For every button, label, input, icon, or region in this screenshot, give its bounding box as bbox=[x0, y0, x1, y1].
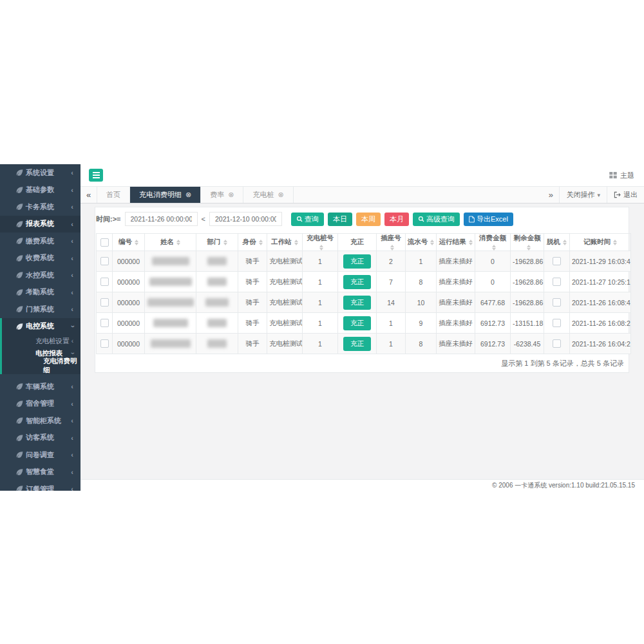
logout-button[interactable]: 退出 bbox=[607, 187, 644, 203]
date-to-input[interactable] bbox=[209, 212, 282, 226]
tab-charging-consumption-detail[interactable]: 充电消费明细 ⊗ bbox=[130, 187, 201, 203]
sort-icon[interactable] bbox=[319, 245, 323, 251]
leaf-icon bbox=[16, 417, 23, 424]
cell-balance: -13151.18 bbox=[511, 313, 544, 334]
tabs-scroll-left-icon[interactable]: « bbox=[80, 187, 97, 203]
offline-checkbox[interactable] bbox=[553, 278, 561, 286]
sidebar-item-fee-system[interactable]: 收费系统 ‹ bbox=[0, 250, 80, 267]
chongzheng-button[interactable]: 充正 bbox=[343, 316, 371, 330]
sidebar-item-charging-consumption-detail[interactable]: 充电消费明细 bbox=[2, 359, 80, 372]
sort-icon[interactable] bbox=[390, 245, 394, 251]
search-button-label: 查询 bbox=[305, 214, 319, 224]
tab-home[interactable]: 首页 bbox=[97, 187, 130, 203]
sidebar-item-smart-cabinet[interactable]: 智能柜系统 ‹ bbox=[0, 412, 80, 430]
sidebar-item-payment-system[interactable]: 缴费系统 ‹ bbox=[0, 232, 80, 250]
sidebar-item-water-control[interactable]: 水控系统 ‹ bbox=[0, 267, 80, 284]
sidebar-item-card-system[interactable]: 卡务系统 ‹ bbox=[0, 198, 80, 216]
table-row[interactable]: 000000 骑手 充电桩测试 1 充正 1 8 插座未插好 6912.73 -… bbox=[97, 334, 631, 354]
month-button[interactable]: 本月 bbox=[384, 213, 409, 226]
cell-department bbox=[196, 292, 238, 313]
col-header-pile-no[interactable]: 充电桩号 bbox=[303, 234, 338, 251]
sidebar-item-questionnaire[interactable]: 问卷调查 ‹ bbox=[0, 446, 80, 464]
sort-icon[interactable] bbox=[259, 240, 263, 245]
sort-icon[interactable] bbox=[430, 240, 434, 245]
sidebar-item-charging-pile-settings[interactable]: 充电桩设置 ‹ bbox=[2, 335, 80, 347]
col-header-identity[interactable]: 身份 bbox=[238, 234, 267, 251]
sidebar-item-smart-canteen[interactable]: 智慧食堂 ‹ bbox=[0, 464, 80, 481]
col-header-department[interactable]: 部门 bbox=[196, 234, 238, 251]
row-checkbox[interactable] bbox=[100, 298, 109, 307]
col-header-workstation[interactable]: 工作站 bbox=[267, 234, 303, 251]
chevron-left-icon: ‹ bbox=[71, 203, 73, 211]
sidebar-toggle-button[interactable] bbox=[89, 169, 103, 182]
offline-checkbox[interactable] bbox=[553, 319, 561, 327]
tabs-scroll-right-icon[interactable]: » bbox=[542, 187, 559, 203]
sidebar-item-basic-params[interactable]: 基础参数 ‹ bbox=[0, 182, 80, 199]
sort-icon[interactable] bbox=[492, 245, 496, 251]
offline-checkbox[interactable] bbox=[553, 257, 561, 265]
range-separator: < bbox=[202, 215, 205, 223]
table-row[interactable]: 000000 骑手 充电桩测试 1 充正 7 8 插座未插好 0 -19628.… bbox=[97, 272, 631, 292]
col-header-serial-no[interactable]: 流水号 bbox=[406, 234, 437, 251]
sidebar-item-report-system[interactable]: 报表系统 ‹ bbox=[0, 216, 80, 233]
sort-icon[interactable] bbox=[223, 240, 227, 245]
table-row[interactable]: 000000 骑手 充电桩测试 1 充正 14 10 插座未插好 6477.68… bbox=[97, 292, 631, 313]
sidebar-item-system-settings[interactable]: 系统设置 ‹ bbox=[0, 164, 80, 182]
chongzheng-button[interactable]: 充正 bbox=[343, 254, 371, 269]
week-button[interactable]: 本周 bbox=[356, 213, 381, 226]
sidebar-item-meal-order[interactable]: 订餐管理 ‹ bbox=[0, 480, 80, 491]
sort-icon[interactable] bbox=[613, 240, 617, 245]
sidebar-item-dormitory-mgmt[interactable]: 宿舍管理 ‹ bbox=[0, 395, 80, 413]
col-header-socket-no[interactable]: 插座号 bbox=[377, 234, 406, 251]
sidebar-item-electric-control[interactable]: 电控系统 ‹ bbox=[2, 318, 80, 336]
table-row[interactable]: 000000 骑手 充电桩测试 1 充正 2 1 插座未插好 0 -19628.… bbox=[97, 251, 631, 272]
tab-rate[interactable]: 费率 ⊗ bbox=[201, 187, 243, 203]
sort-icon[interactable] bbox=[176, 240, 180, 245]
advanced-search-button[interactable]: 高级查询 bbox=[413, 213, 460, 226]
tab-close-icon[interactable]: ⊗ bbox=[278, 191, 283, 199]
table-row[interactable]: 000000 骑手 充电桩测试 1 充正 1 9 插座未插好 6912.73 -… bbox=[97, 313, 631, 334]
sidebar-item-visitor-system[interactable]: 访客系统 ‹ bbox=[0, 430, 80, 447]
col-header-record-time[interactable]: 记账时间 bbox=[570, 234, 631, 251]
sort-icon[interactable] bbox=[294, 240, 298, 245]
cell-amount: 0 bbox=[475, 272, 511, 292]
chongzheng-button[interactable]: 充正 bbox=[343, 296, 371, 310]
topbar: 主题 bbox=[80, 164, 644, 186]
col-header-no[interactable]: 编号 bbox=[113, 234, 145, 251]
sort-icon[interactable] bbox=[469, 240, 473, 245]
sort-icon[interactable] bbox=[527, 245, 531, 251]
chongzheng-button[interactable]: 充正 bbox=[343, 275, 371, 289]
export-excel-button[interactable]: 导出Excel bbox=[464, 213, 513, 226]
chevron-down-icon: ‹ bbox=[68, 325, 76, 328]
col-header-balance[interactable]: 剩余金额 bbox=[511, 234, 544, 251]
sort-icon[interactable] bbox=[563, 240, 567, 245]
date-from-input[interactable] bbox=[125, 212, 198, 226]
sidebar-item-label: 考勤系统 bbox=[26, 287, 54, 297]
offline-checkbox[interactable] bbox=[553, 298, 561, 307]
col-header-amount[interactable]: 消费金额 bbox=[475, 234, 511, 251]
row-checkbox[interactable] bbox=[100, 278, 109, 286]
col-header-name[interactable]: 姓名 bbox=[145, 234, 196, 251]
select-all-checkbox[interactable] bbox=[100, 238, 109, 247]
search-button[interactable]: 查询 bbox=[291, 213, 324, 226]
row-checkbox[interactable] bbox=[100, 257, 109, 265]
sidebar-item-attendance-system[interactable]: 考勤系统 ‹ bbox=[0, 284, 80, 301]
row-checkbox[interactable] bbox=[100, 339, 109, 348]
sidebar-item-access-control[interactable]: 门禁系统 ‹ bbox=[0, 301, 80, 318]
close-operations-dropdown[interactable]: 关闭操作 ▾ bbox=[559, 187, 607, 203]
col-header-run-result[interactable]: 运行结果 bbox=[437, 234, 475, 251]
sidebar-item-label: 缴费系统 bbox=[26, 236, 54, 246]
theme-link[interactable]: 主题 bbox=[609, 171, 634, 180]
cell-amount: 0 bbox=[475, 251, 511, 272]
sidebar-item-vehicle-system[interactable]: 车辆系统 ‹ bbox=[0, 378, 80, 395]
tab-charging-pile[interactable]: 充电桩 ⊗ bbox=[243, 187, 293, 203]
col-header-offline[interactable]: 脱机 bbox=[544, 234, 570, 251]
today-button[interactable]: 本日 bbox=[328, 213, 352, 226]
offline-checkbox[interactable] bbox=[553, 339, 561, 348]
chongzheng-button[interactable]: 充正 bbox=[343, 337, 371, 351]
row-checkbox[interactable] bbox=[100, 319, 109, 327]
sort-icon[interactable] bbox=[135, 240, 138, 245]
sidebar-item-label: 订餐管理 bbox=[26, 484, 54, 491]
tab-close-icon[interactable]: ⊗ bbox=[228, 191, 234, 199]
tab-close-icon[interactable]: ⊗ bbox=[185, 191, 191, 199]
